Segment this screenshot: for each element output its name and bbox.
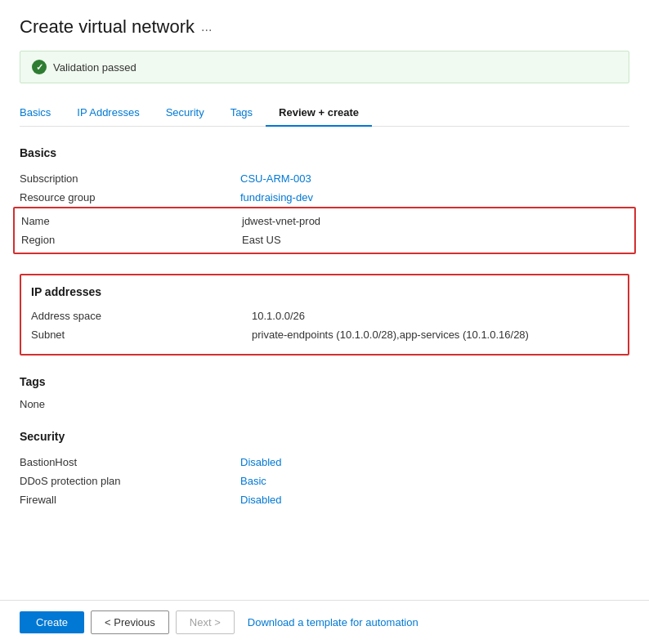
name-region-highlight: Name jdwest-vnet-prod Region East US bbox=[13, 207, 636, 254]
next-button: Next > bbox=[176, 610, 235, 634]
security-section: Security BastionHost Disabled DDoS prote… bbox=[20, 430, 629, 509]
page-title: Create virtual network bbox=[20, 16, 195, 38]
tags-section-title: Tags bbox=[20, 375, 629, 388]
name-label: Name bbox=[21, 215, 242, 227]
region-value: East US bbox=[242, 234, 281, 246]
field-ddos: DDoS protection plan Basic bbox=[20, 472, 629, 490]
download-template-link[interactable]: Download a template for automation bbox=[241, 611, 425, 633]
subnet-value: private-endpoints (10.1.0.0/28),app-serv… bbox=[252, 329, 529, 341]
basics-section: Basics Subscription CSU-ARM-003 Resource… bbox=[20, 146, 629, 254]
tab-ip-addresses[interactable]: IP Addresses bbox=[64, 100, 152, 127]
subscription-value[interactable]: CSU-ARM-003 bbox=[240, 172, 311, 185]
previous-button[interactable]: < Previous bbox=[91, 610, 169, 634]
firewall-label: Firewall bbox=[20, 494, 240, 506]
footer: Create < Previous Next > Download a temp… bbox=[0, 600, 649, 644]
security-section-title: Security bbox=[20, 430, 629, 443]
tab-review-create[interactable]: Review + create bbox=[266, 100, 372, 127]
tab-tags[interactable]: Tags bbox=[217, 100, 266, 127]
resource-group-value[interactable]: fundraising-dev bbox=[240, 191, 313, 203]
field-resource-group: Resource group fundraising-dev bbox=[20, 188, 629, 207]
field-bastion-host: BastionHost Disabled bbox=[20, 453, 629, 472]
firewall-value[interactable]: Disabled bbox=[240, 494, 282, 506]
tab-security[interactable]: Security bbox=[153, 100, 217, 127]
create-button[interactable]: Create bbox=[20, 611, 84, 633]
subscription-label: Subscription bbox=[20, 172, 240, 185]
field-region: Region East US bbox=[21, 230, 628, 249]
bastion-host-label: BastionHost bbox=[20, 456, 240, 468]
validation-banner: Validation passed bbox=[20, 51, 629, 83]
bastion-host-value[interactable]: Disabled bbox=[240, 456, 282, 468]
tags-value: None bbox=[20, 398, 629, 410]
subnet-label: Subnet bbox=[31, 329, 252, 341]
field-subscription: Subscription CSU-ARM-003 bbox=[20, 169, 629, 188]
tags-section: Tags None bbox=[20, 375, 629, 410]
ip-section-title: IP addresses bbox=[31, 285, 618, 298]
field-name: Name jdwest-vnet-prod bbox=[21, 212, 628, 230]
ddos-value[interactable]: Basic bbox=[240, 475, 266, 487]
validation-icon bbox=[32, 60, 47, 74]
address-space-label: Address space bbox=[31, 310, 252, 322]
ellipsis-menu[interactable]: ... bbox=[201, 20, 212, 34]
basics-section-title: Basics bbox=[20, 146, 629, 159]
region-label: Region bbox=[21, 234, 242, 246]
field-subnet: Subnet private-endpoints (10.1.0.0/28),a… bbox=[31, 325, 618, 344]
ip-addresses-section: IP addresses Address space 10.1.0.0/26 S… bbox=[20, 274, 629, 356]
address-space-value: 10.1.0.0/26 bbox=[252, 310, 305, 322]
tab-navigation: Basics IP Addresses Security Tags Review… bbox=[20, 100, 629, 127]
name-value: jdwest-vnet-prod bbox=[242, 215, 320, 227]
field-address-space: Address space 10.1.0.0/26 bbox=[31, 306, 618, 325]
ddos-label: DDoS protection plan bbox=[20, 475, 240, 487]
field-firewall: Firewall Disabled bbox=[20, 490, 629, 509]
validation-message: Validation passed bbox=[53, 61, 137, 74]
tab-basics[interactable]: Basics bbox=[20, 100, 64, 127]
resource-group-label: Resource group bbox=[20, 191, 240, 203]
